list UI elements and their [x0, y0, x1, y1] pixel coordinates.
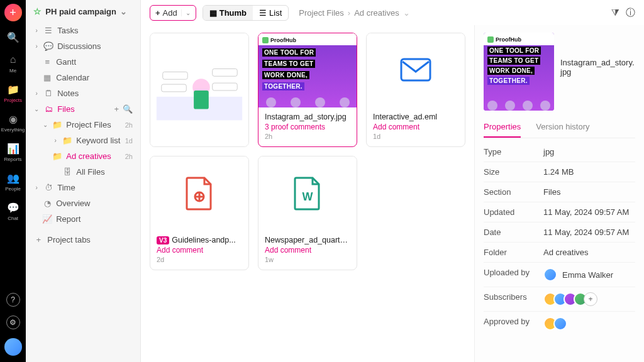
file-time: 2h	[265, 133, 350, 140]
nav-time[interactable]: ›⏱Time	[31, 180, 135, 195]
rail-reports[interactable]: 📊Reports	[4, 141, 22, 162]
prop-key-size: Size	[484, 167, 543, 177]
chevron-down-icon[interactable]: ⌄	[403, 8, 410, 18]
add-file-icon[interactable]: +	[114, 104, 119, 114]
prop-key-uploaded: Uploaded by	[484, 268, 543, 282]
file-thumbnail	[150, 33, 248, 146]
svg-text:W: W	[303, 190, 313, 203]
file-name: Newspaper_ad_quarter...	[265, 236, 350, 244]
star-icon[interactable]: ☆	[33, 6, 42, 16]
nav-project-files[interactable]: ⌄📁Project Files2h	[31, 117, 135, 133]
svg-rect-7	[401, 59, 430, 80]
filter-icon[interactable]: ⧩	[611, 7, 619, 18]
nav-gantt[interactable]: ≡Gantt	[31, 54, 135, 70]
file-thumbnail	[150, 156, 248, 231]
prop-key-updated: Updated	[484, 207, 543, 217]
details-tabs: Properties Version history	[484, 117, 635, 138]
view-toggle: ▦Thumb ☰List	[203, 5, 289, 21]
file-card[interactable]: 2 ProofHub ONE TOOL FOR TEAMS TO GET WOR…	[258, 33, 357, 147]
nav-report[interactable]: 📈Report	[31, 211, 135, 227]
version-badge: V3	[157, 236, 169, 244]
crumb-ad-creatives[interactable]: Ad creatives	[354, 8, 399, 18]
svg-rect-3	[163, 72, 187, 79]
nav-files[interactable]: ⌄🗂Files+🔍	[31, 101, 135, 117]
file-name: Interactive_ad.eml	[373, 112, 458, 121]
list-icon: ☰	[259, 8, 267, 18]
file-thumbnail: ProofHub ONE TOOL FOR TEAMS TO GET WORK …	[258, 33, 357, 107]
prop-val-subscribers: +	[543, 292, 635, 306]
file-action[interactable]: Add comment	[265, 246, 350, 255]
file-card[interactable]: Interactive_ad.eml Add comment 1d	[366, 33, 465, 147]
file-thumbnail	[367, 33, 465, 107]
svg-rect-6	[213, 83, 237, 90]
nav-ad-creatives[interactable]: 📁Ad creatives2h	[31, 148, 135, 164]
nav-project-tabs[interactable]: +Project tabs	[31, 232, 135, 248]
file-action[interactable]: 3 proof comments	[265, 123, 350, 131]
details-filename: Instagram_ad_story.jpg	[560, 33, 635, 77]
project-title[interactable]: ☆ PH paid campaign ⌄	[31, 6, 135, 16]
view-list[interactable]: ☰List	[253, 6, 288, 20]
nav-keyword-list[interactable]: ›📁Keyword list1d	[31, 133, 135, 148]
prop-val-uploaded: Emma Walker	[543, 268, 635, 282]
prop-val-updated: 11 May, 2024 09:57 AM	[543, 207, 635, 217]
prop-key-section: Section	[484, 187, 543, 197]
add-subscriber-button[interactable]: +	[584, 292, 597, 306]
details-panel: ProofHub ONE TOOL FOR TEAMS TO GET WORK …	[474, 25, 644, 362]
file-card[interactable]: W Newspaper_ad_quarter... Add comment 1w	[258, 156, 357, 270]
search-files-icon[interactable]: 🔍	[123, 104, 133, 114]
left-rail: + 🔍 ⌂Me 📁Projects ◉Everything 📊Reports 👥…	[0, 0, 26, 362]
chevron-down-icon[interactable]: ⌄	[181, 9, 191, 16]
rail-chat[interactable]: 💬Chat	[6, 200, 20, 221]
prop-key-date: Date	[484, 228, 543, 237]
nav-calendar[interactable]: ▦Calendar	[31, 70, 135, 85]
svg-rect-4	[213, 69, 237, 76]
grid-icon: ▦	[209, 8, 217, 18]
file-action[interactable]: Add comment	[157, 246, 242, 255]
file-card[interactable]: Popup_ad.png Proof this file 2h	[150, 33, 249, 147]
rail-people[interactable]: 👥People	[5, 171, 21, 192]
prop-val-approved	[543, 317, 635, 331]
nav-overview[interactable]: ◔Overview	[31, 195, 135, 211]
project-sidebar: ☆ PH paid campaign ⌄ ›☰Tasks ›💬Discussio…	[26, 0, 141, 362]
file-time: 2d	[157, 256, 242, 263]
view-thumb[interactable]: ▦Thumb	[203, 6, 253, 20]
info-icon[interactable]: ⓘ	[626, 7, 635, 19]
file-time: 1d	[373, 133, 458, 140]
prop-key-approved: Approved by	[484, 317, 543, 331]
topbar: +Add⌄ ▦Thumb ☰List Project Files › Ad cr…	[141, 0, 644, 25]
rail-me[interactable]: ⌂Me	[6, 53, 20, 74]
file-card[interactable]: V3Guidelines-andp... Add comment 2d	[150, 156, 249, 270]
nav-notes[interactable]: ›🗒Notes	[31, 85, 135, 101]
prop-key-subscribers: Subscribers	[484, 292, 543, 306]
prop-key-folder: Folder	[484, 248, 543, 257]
file-grid-area: Popup_ad.png Proof this file 2h 2 ProofH…	[141, 25, 474, 362]
rail-projects[interactable]: 📁Projects	[4, 82, 22, 103]
help-icon[interactable]: ?	[6, 293, 20, 307]
avatar	[543, 268, 557, 282]
prop-val-date: 11 May, 2024 09:57 AM	[543, 228, 635, 237]
nav-discussions[interactable]: ›💬Discussions	[31, 38, 135, 54]
file-name: V3Guidelines-andp...	[157, 236, 242, 244]
file-action[interactable]: Add comment	[373, 123, 458, 131]
prop-key-type: Type	[484, 147, 543, 156]
crumb-project-files[interactable]: Project Files	[299, 8, 344, 18]
svg-rect-5	[162, 84, 186, 92]
settings-icon[interactable]: ⚙	[6, 315, 20, 329]
global-add-button[interactable]: +	[4, 4, 22, 21]
prop-val-folder: Ad creatives	[543, 248, 635, 257]
details-thumbnail: ProofHub ONE TOOL FOR TEAMS TO GET WORK …	[484, 33, 554, 111]
rail-search[interactable]: 🔍	[6, 30, 20, 44]
tab-version-history[interactable]: Version history	[536, 117, 589, 138]
file-name: Instagram_ad_story.jpg	[265, 112, 350, 121]
add-button[interactable]: +Add⌄	[150, 5, 196, 21]
breadcrumb: Project Files › Ad creatives ⌄	[299, 8, 409, 18]
rail-everything[interactable]: ◉Everything	[1, 112, 25, 133]
tab-properties[interactable]: Properties	[484, 117, 521, 138]
main-area: +Add⌄ ▦Thumb ☰List Project Files › Ad cr…	[141, 0, 644, 362]
file-thumbnail: W	[258, 156, 357, 231]
prop-val-type: jpg	[543, 147, 635, 156]
nav-tasks[interactable]: ›☰Tasks	[31, 23, 135, 38]
prop-val-section: Files	[543, 187, 635, 197]
nav-all-files[interactable]: 🗄All Files	[31, 164, 135, 180]
user-avatar[interactable]	[4, 338, 22, 356]
